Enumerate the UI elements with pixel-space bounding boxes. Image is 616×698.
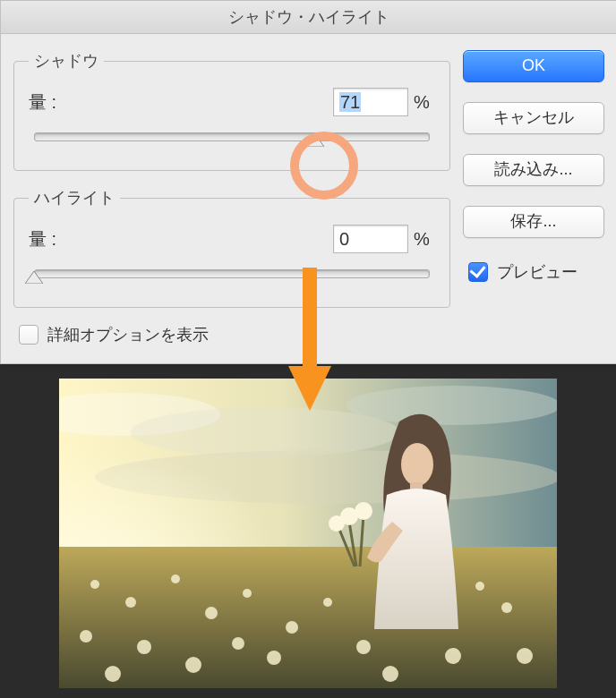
svg-point-17 [185,657,201,673]
shadow-group: シャドウ 量 : 71 % [13,50,450,171]
controls-column: シャドウ 量 : 71 % ハイライト 量 : [13,50,450,354]
highlight-amount-unit: % [408,229,435,250]
show-more-checkbox[interactable] [19,325,38,345]
preview-area [0,364,616,698]
svg-point-12 [171,575,180,583]
dialog-body: シャドウ 量 : 71 % ハイライト 量 : [1,34,616,363]
svg-point-29 [382,666,398,682]
highlight-slider-track [34,269,430,278]
highlight-slider-thumb[interactable] [25,271,43,284]
shadow-amount-label: 量 : [29,90,333,115]
shadow-amount-row: 量 : 71 % [29,88,435,116]
show-more-label: 詳細オプションを表示 [47,324,209,345]
cancel-button[interactable]: キャンセル [463,102,604,134]
shadow-amount-unit: % [408,92,435,113]
svg-point-10 [90,580,99,589]
save-button[interactable]: 保存... [463,206,604,238]
dialog-title: シャドウ・ハイライト [1,1,616,34]
preview-checkbox[interactable] [468,262,488,282]
highlight-legend: ハイライト [29,187,120,209]
svg-point-20 [356,640,371,654]
svg-point-15 [286,621,298,634]
svg-point-37 [355,502,372,520]
svg-point-28 [105,666,121,682]
svg-point-25 [475,582,484,591]
svg-point-22 [445,648,461,664]
svg-point-24 [517,648,533,664]
svg-point-31 [401,443,433,486]
svg-point-16 [137,640,151,654]
button-column: OK キャンセル 読み込み... 保存... プレビュー [463,50,604,354]
svg-marker-0 [306,134,324,147]
highlight-amount-row: 量 : 0 % [29,225,435,253]
dialog: シャドウ・ハイライト シャドウ 量 : 71 % [0,0,616,364]
svg-point-13 [205,607,218,619]
ok-button[interactable]: OK [463,50,604,82]
preview-label: プレビュー [497,261,578,283]
svg-rect-9 [59,547,557,688]
shadow-slider-thumb[interactable] [306,134,324,147]
svg-point-19 [323,598,332,607]
highlight-amount-label: 量 : [29,227,333,251]
load-button[interactable]: 読み込み... [463,154,604,186]
svg-point-38 [329,515,345,532]
preview-image-svg [59,379,557,688]
shadow-amount-value: 71 [339,92,361,112]
svg-marker-1 [25,271,43,284]
highlight-slider[interactable] [29,266,435,287]
svg-point-18 [80,630,92,643]
shadow-slider[interactable] [29,129,435,150]
preview-row: プレビュー [468,261,604,283]
shadow-slider-track [34,132,430,141]
svg-point-14 [243,589,252,598]
svg-point-26 [267,651,281,665]
shadow-legend: シャドウ [29,50,104,72]
preview-image [59,379,557,688]
svg-point-27 [232,637,244,650]
svg-point-23 [501,602,512,613]
highlight-group: ハイライト 量 : 0 % [13,187,450,308]
highlight-amount-input[interactable]: 0 [333,225,408,253]
svg-point-11 [125,597,136,608]
shadow-amount-input[interactable]: 71 [333,88,408,116]
show-more-row: 詳細オプションを表示 [19,324,450,345]
